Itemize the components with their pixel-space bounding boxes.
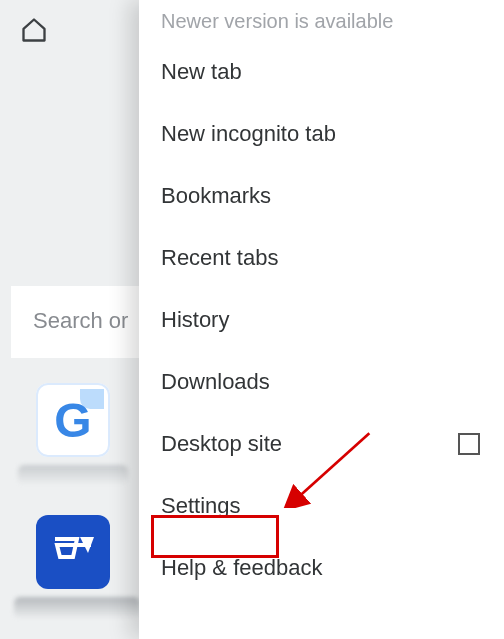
cart-icon	[50, 529, 96, 575]
menu-item-label: History	[161, 307, 229, 332]
menu-item-label: Recent tabs	[161, 245, 278, 270]
menu-item-desktop-site[interactable]: Desktop site	[139, 413, 504, 475]
menu-item-label: Bookmarks	[161, 183, 271, 208]
menu-item-recent-tabs[interactable]: Recent tabs	[139, 227, 504, 289]
update-banner[interactable]: Newer version is available	[139, 6, 504, 41]
menu-item-label: Downloads	[161, 369, 270, 394]
menu-item-help-feedback[interactable]: Help & feedback	[139, 537, 504, 599]
menu-item-label: Settings	[161, 493, 241, 518]
menu-item-label: New tab	[161, 59, 242, 84]
tile-g-letter: G	[54, 393, 91, 448]
menu-item-settings[interactable]: Settings	[139, 475, 504, 537]
overflow-menu: Newer version is available New tab New i…	[139, 0, 504, 639]
tile-e-label-blur	[14, 597, 140, 619]
menu-item-history[interactable]: History	[139, 289, 504, 351]
home-tile-e[interactable]	[36, 515, 110, 589]
tile-g-label-blur	[18, 465, 128, 485]
home-tile-g[interactable]: G	[36, 383, 110, 457]
menu-item-label: Help & feedback	[161, 555, 322, 580]
menu-item-downloads[interactable]: Downloads	[139, 351, 504, 413]
menu-item-label: New incognito tab	[161, 121, 336, 146]
menu-item-new-incognito[interactable]: New incognito tab	[139, 103, 504, 165]
menu-item-bookmarks[interactable]: Bookmarks	[139, 165, 504, 227]
menu-item-new-tab[interactable]: New tab	[139, 41, 504, 103]
checkbox-desktop-site[interactable]	[458, 433, 480, 455]
home-icon[interactable]	[20, 16, 48, 44]
menu-item-label: Desktop site	[161, 431, 282, 456]
